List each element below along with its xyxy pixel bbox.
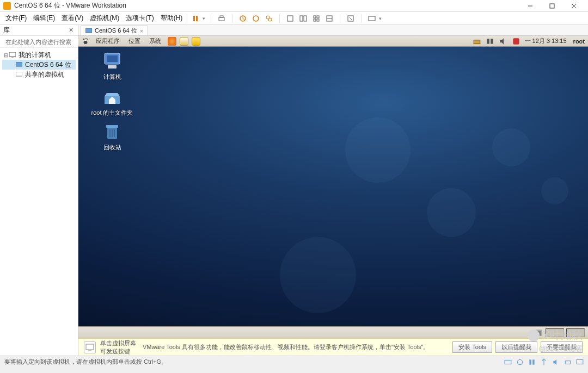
- tab-close-icon[interactable]: ×: [140, 28, 143, 34]
- desktop-trash-icon[interactable]: 回收站: [89, 123, 135, 152]
- library-tree: ⊟ 我的计算机 CentOS 6 64 位 共享的虚拟机: [0, 48, 78, 82]
- svg-rect-40: [108, 65, 117, 69]
- hint-line2: 可发送按键: [100, 347, 136, 356]
- view-unity-icon[interactable]: [324, 14, 334, 23]
- svg-rect-4: [193, 16, 195, 21]
- minimize-button[interactable]: [519, 0, 541, 12]
- install-tools-button[interactable]: 安装 Tools: [452, 341, 492, 353]
- device-usb-icon[interactable]: [540, 358, 548, 366]
- tree-root-label: 我的计算机: [19, 51, 51, 60]
- fullscreen-icon[interactable]: [346, 14, 356, 23]
- svg-rect-47: [536, 330, 542, 331]
- library-close-icon[interactable]: ✕: [67, 27, 75, 34]
- remind-later-button[interactable]: 以后提醒我: [495, 341, 537, 353]
- device-display-icon[interactable]: [576, 358, 584, 366]
- vm-tab[interactable]: CentOS 6 64 位 ×: [81, 26, 148, 35]
- snapshot-take-icon[interactable]: [238, 14, 248, 23]
- power-dropdown-icon[interactable]: ▾: [203, 16, 205, 21]
- svg-rect-37: [513, 38, 519, 44]
- svg-rect-27: [16, 62, 22, 66]
- library-header: 库 ✕: [0, 25, 78, 36]
- device-printer-icon[interactable]: [564, 358, 572, 366]
- gnome-foot-icon: [82, 38, 89, 45]
- file-manager-icon[interactable]: [180, 37, 188, 46]
- tree-item-shared[interactable]: 共享的虚拟机: [2, 70, 76, 79]
- library-search-input[interactable]: [5, 39, 81, 45]
- gnome-clock[interactable]: 一 12月 3 13:15: [525, 37, 567, 45]
- svg-rect-1: [550, 4, 554, 8]
- desktop-home-icon[interactable]: root 的主文件夹: [89, 88, 135, 117]
- notes-icon[interactable]: [192, 37, 200, 46]
- close-button[interactable]: [563, 0, 585, 12]
- maximize-button[interactable]: [541, 0, 563, 12]
- menu-file[interactable]: 文件(F): [2, 12, 30, 24]
- snapshot-revert-icon[interactable]: [251, 14, 261, 23]
- svg-point-32: [87, 39, 88, 40]
- tree-my-computer[interactable]: ⊟ 我的计算机: [2, 50, 76, 60]
- library-title: 库: [3, 26, 67, 35]
- gnome-bottom-panel: [78, 326, 588, 338]
- network-icon[interactable]: [486, 37, 494, 46]
- gnome-desktop[interactable]: 计算机 root 的主文件夹 回收站: [78, 47, 588, 326]
- stretch-icon[interactable]: [367, 14, 377, 23]
- svg-rect-46: [536, 331, 541, 335]
- svg-point-30: [83, 38, 85, 40]
- svg-point-11: [268, 18, 272, 21]
- menu-edit[interactable]: 编辑(E): [30, 12, 58, 24]
- svg-rect-48: [86, 344, 94, 350]
- workspace-1[interactable]: [546, 328, 564, 337]
- stretch-dropdown-icon[interactable]: ▾: [379, 16, 382, 21]
- library-search[interactable]: [0, 36, 78, 48]
- device-cd-icon[interactable]: [516, 358, 524, 366]
- app-icon: [3, 2, 11, 10]
- gnome-menu-places[interactable]: 位置: [124, 37, 145, 45]
- view-thumbnail-icon[interactable]: [311, 14, 321, 23]
- vmware-tools-hint: 单击虚拟屏幕 可发送按键 VMware Tools 具有很多功能，能改善鼠标移动…: [78, 338, 588, 356]
- svg-rect-5: [196, 16, 198, 21]
- view-multi-icon[interactable]: [298, 14, 308, 23]
- volume-icon[interactable]: [499, 37, 507, 46]
- svg-rect-29: [85, 28, 92, 33]
- gnome-menu-applications[interactable]: 应用程序: [91, 37, 124, 45]
- svg-rect-25: [9, 52, 16, 57]
- view-single-icon[interactable]: [285, 14, 295, 23]
- svg-rect-15: [314, 16, 316, 18]
- desktop-home-label: root 的主文件夹: [89, 109, 135, 117]
- svg-point-33: [84, 41, 88, 44]
- svg-point-51: [517, 359, 522, 364]
- desktop-computer-icon[interactable]: 计算机: [89, 52, 135, 81]
- window-title: CentOS 6 64 位 - VMware Workstation: [14, 1, 519, 10]
- device-network-icon[interactable]: [528, 358, 536, 366]
- svg-rect-50: [505, 360, 511, 364]
- menu-view[interactable]: 查看(V): [58, 12, 87, 24]
- update-icon[interactable]: [473, 37, 481, 46]
- gnome-user[interactable]: root: [573, 38, 585, 45]
- status-text: 要将输入定向到该虚拟机，请在虚拟机内部单击或按 Ctrl+G。: [4, 358, 167, 366]
- trash-applet-icon[interactable]: [535, 328, 543, 337]
- svg-rect-14: [304, 16, 307, 21]
- send-ctrl-alt-del-icon[interactable]: [217, 14, 226, 23]
- menu-help[interactable]: 帮助(H): [157, 12, 186, 24]
- menu-bar: 文件(F) 编辑(E) 查看(V) 虚拟机(M) 选项卡(T) 帮助(H) ▾ …: [0, 12, 588, 25]
- vm-tab-icon: [85, 28, 92, 34]
- svg-rect-36: [491, 39, 493, 43]
- suspend-icon[interactable]: [191, 14, 200, 23]
- tree-item-centos[interactable]: CentOS 6 64 位: [2, 60, 76, 70]
- window-titlebar: CentOS 6 64 位 - VMware Workstation: [0, 0, 588, 12]
- snapshot-manager-icon[interactable]: [264, 14, 274, 23]
- firefox-icon[interactable]: [168, 37, 176, 46]
- status-bar: 要将输入定向到该虚拟机，请在虚拟机内部单击或按 Ctrl+G。: [0, 356, 588, 368]
- vm-tab-label: CentOS 6 64 位: [95, 27, 137, 35]
- menu-vm[interactable]: 虚拟机(M): [87, 12, 122, 24]
- never-remind-button[interactable]: 不要提醒我: [541, 341, 583, 353]
- guest-display[interactable]: 应用程序 位置 系统 一 12月 3 13:15 root: [78, 36, 588, 338]
- device-harddisk-icon[interactable]: [504, 358, 512, 366]
- hint-message: VMware Tools 具有很多功能，能改善鼠标移动性、视频和性能。请登录客户…: [143, 343, 452, 351]
- power-off-icon[interactable]: [512, 37, 520, 46]
- svg-rect-35: [487, 39, 489, 43]
- gnome-menu-system[interactable]: 系统: [145, 37, 166, 45]
- menu-tabs[interactable]: 选项卡(T): [122, 12, 157, 24]
- device-sound-icon[interactable]: [552, 358, 560, 366]
- workspace-2[interactable]: [566, 328, 585, 337]
- svg-rect-12: [287, 16, 293, 21]
